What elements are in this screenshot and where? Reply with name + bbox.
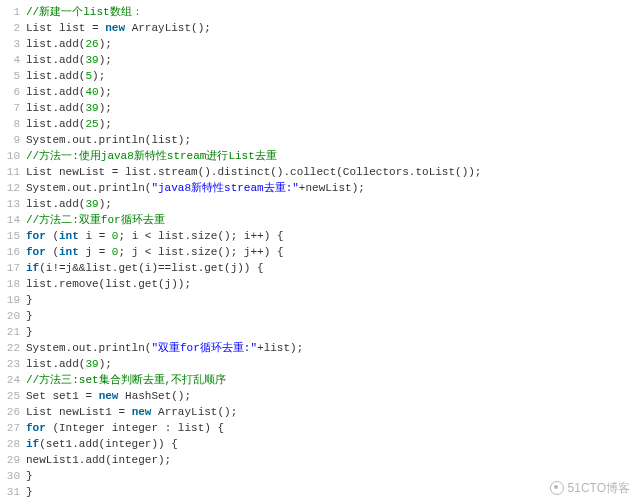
- line-content: List list = new ArrayList();: [26, 20, 640, 36]
- code-line: 28if(set1.add(integer)) {: [0, 436, 640, 452]
- token-plain: list.remove(list.get(j));: [26, 278, 191, 290]
- line-number: 18: [0, 276, 26, 292]
- token-plain: newList1.add(integer);: [26, 454, 171, 466]
- token-plain: }: [26, 470, 33, 482]
- line-number: 4: [0, 52, 26, 68]
- line-content: }: [26, 484, 640, 500]
- token-number: 40: [85, 86, 98, 98]
- code-line: 14//方法二:双重for循环去重: [0, 212, 640, 228]
- token-number: 26: [85, 38, 98, 50]
- token-keyword: for: [26, 246, 46, 258]
- line-number: 19: [0, 292, 26, 308]
- line-number: 2: [0, 20, 26, 36]
- token-keyword: for: [26, 230, 46, 242]
- code-line: 10//方法一:使用java8新特性stream进行List去重: [0, 148, 640, 164]
- code-line: 5list.add(5);: [0, 68, 640, 84]
- token-string: "双重for循环去重:": [151, 342, 257, 354]
- line-number: 17: [0, 260, 26, 276]
- line-content: list.add(39);: [26, 100, 640, 116]
- line-content: list.add(40);: [26, 84, 640, 100]
- token-plain: ; j < list.size(); j++) {: [118, 246, 283, 258]
- line-number: 3: [0, 36, 26, 52]
- line-content: list.add(5);: [26, 68, 640, 84]
- token-plain: (: [46, 230, 59, 242]
- token-comment: //方法二:双重for循环去重: [26, 214, 165, 226]
- code-line: 24//方法三:set集合判断去重,不打乱顺序: [0, 372, 640, 388]
- line-number: 27: [0, 420, 26, 436]
- token-number: 39: [85, 54, 98, 66]
- token-plain: );: [99, 198, 112, 210]
- code-line: 17if(i!=j&&list.get(i)==list.get(j)) {: [0, 260, 640, 276]
- code-line: 2List list = new ArrayList();: [0, 20, 640, 36]
- token-number: 39: [85, 102, 98, 114]
- token-plain: List newList = list.stream().distinct().…: [26, 166, 481, 178]
- token-keyword: int: [59, 230, 79, 242]
- line-content: //方法二:双重for循环去重: [26, 212, 640, 228]
- line-content: }: [26, 292, 640, 308]
- token-plain: );: [92, 70, 105, 82]
- token-plain: );: [99, 118, 112, 130]
- token-number: 39: [85, 358, 98, 370]
- line-content: list.remove(list.get(j));: [26, 276, 640, 292]
- token-number: 39: [85, 198, 98, 210]
- code-line: 6list.add(40);: [0, 84, 640, 100]
- line-content: }: [26, 468, 640, 484]
- line-number: 13: [0, 196, 26, 212]
- line-number: 5: [0, 68, 26, 84]
- code-line: 23list.add(39);: [0, 356, 640, 372]
- line-number: 25: [0, 388, 26, 404]
- code-line: 31}: [0, 484, 640, 500]
- line-number: 7: [0, 100, 26, 116]
- line-number: 10: [0, 148, 26, 164]
- line-number: 9: [0, 132, 26, 148]
- token-plain: ; i < list.size(); i++) {: [118, 230, 283, 242]
- token-comment: //方法三:set集合判断去重,不打乱顺序: [26, 374, 226, 386]
- token-plain: (i!=j&&list.get(i)==list.get(j)) {: [39, 262, 263, 274]
- line-number: 6: [0, 84, 26, 100]
- token-comment: //新建一个list数组：: [26, 6, 143, 18]
- token-keyword: for: [26, 422, 46, 434]
- line-content: list.add(26);: [26, 36, 640, 52]
- code-line: 16for (int j = 0; j < list.size(); j++) …: [0, 244, 640, 260]
- line-content: for (Integer integer : list) {: [26, 420, 640, 436]
- line-content: list.add(39);: [26, 196, 640, 212]
- line-content: for (int i = 0; i < list.size(); i++) {: [26, 228, 640, 244]
- token-plain: Set set1 =: [26, 390, 99, 402]
- token-plain: }: [26, 310, 33, 322]
- token-keyword: new: [132, 406, 152, 418]
- token-keyword: new: [105, 22, 125, 34]
- token-plain: list.add(: [26, 86, 85, 98]
- line-content: list.add(39);: [26, 52, 640, 68]
- token-plain: List newList1 =: [26, 406, 132, 418]
- token-plain: +list);: [257, 342, 303, 354]
- line-content: //方法三:set集合判断去重,不打乱顺序: [26, 372, 640, 388]
- line-content: System.out.println("双重for循环去重:"+list);: [26, 340, 640, 356]
- token-plain: );: [99, 102, 112, 114]
- token-plain: (set1.add(integer)) {: [39, 438, 178, 450]
- line-content: List newList1 = new ArrayList();: [26, 404, 640, 420]
- code-line: 4list.add(39);: [0, 52, 640, 68]
- token-string: "java8新特性stream去重:": [151, 182, 298, 194]
- line-number: 1: [0, 4, 26, 20]
- line-number: 30: [0, 468, 26, 484]
- token-plain: System.out.println(list);: [26, 134, 191, 146]
- code-line: 30}: [0, 468, 640, 484]
- code-line: 26List newList1 = new ArrayList();: [0, 404, 640, 420]
- line-number: 14: [0, 212, 26, 228]
- token-comment: //方法一:使用java8新特性stream进行List去重: [26, 150, 277, 162]
- line-content: newList1.add(integer);: [26, 452, 640, 468]
- token-plain: list.add(: [26, 198, 85, 210]
- line-content: list.add(25);: [26, 116, 640, 132]
- line-number: 23: [0, 356, 26, 372]
- line-content: for (int j = 0; j < list.size(); j++) {: [26, 244, 640, 260]
- token-plain: );: [99, 86, 112, 98]
- watermark-icon: [550, 481, 564, 495]
- code-line: 9System.out.println(list);: [0, 132, 640, 148]
- line-content: list.add(39);: [26, 356, 640, 372]
- token-plain: list.add(: [26, 102, 85, 114]
- token-plain: +newList);: [299, 182, 365, 194]
- token-plain: (Integer integer : list) {: [46, 422, 224, 434]
- line-content: List newList = list.stream().distinct().…: [26, 164, 640, 180]
- token-plain: );: [99, 358, 112, 370]
- line-content: System.out.println("java8新特性stream去重:"+n…: [26, 180, 640, 196]
